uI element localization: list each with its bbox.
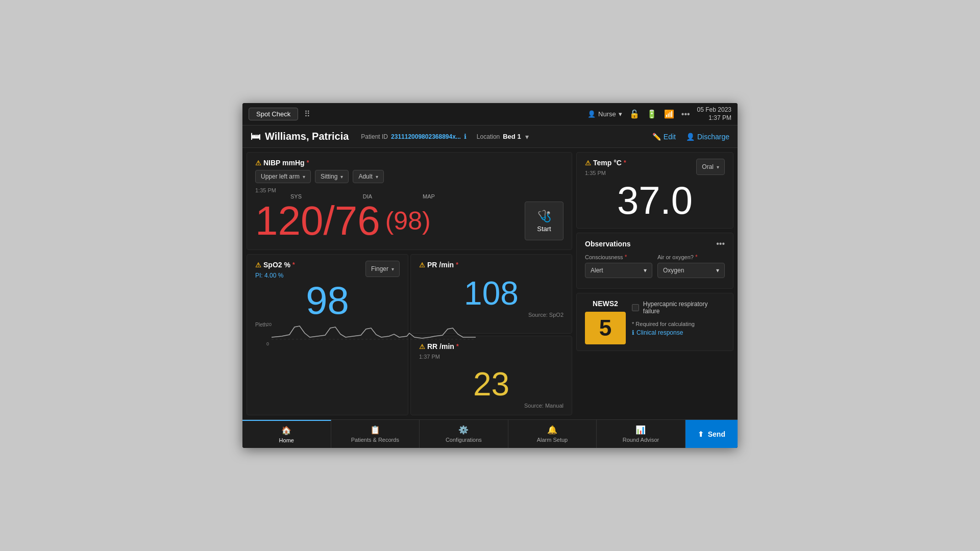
temp-mode-dropdown[interactable]: Oral ▾	[696, 159, 725, 175]
patient-id-value[interactable]: 231112009802368894x...	[391, 133, 461, 140]
nibp-required-star: *	[307, 159, 309, 166]
pleth-label: Pleth	[255, 322, 267, 328]
consciousness-required-star: *	[625, 254, 627, 261]
location-chevron-button[interactable]: ▾	[525, 133, 529, 141]
obs-row: Consciousness * Alert ▾ Air or oxygen? *	[585, 254, 725, 278]
grid-icon[interactable]: ⠿	[304, 109, 310, 119]
chevron-down-icon: ▾	[619, 110, 622, 118]
nibp-cuff-dropdown[interactable]: Adult ▾	[353, 170, 383, 183]
edit-button[interactable]: ✏️ Edit	[652, 133, 676, 141]
obs-title: Observations	[585, 240, 630, 248]
pleth-waveform	[272, 322, 476, 346]
temp-chevron-icon: ▾	[717, 164, 719, 170]
discharge-icon: 👤	[686, 133, 695, 141]
discharge-button[interactable]: 👤 Discharge	[686, 133, 729, 141]
news2-right: Hypercapnic respiratory failure * Requir…	[632, 299, 725, 336]
left-panel: ⚠ NIBP mmHg * Upper left arm ▾ Sitting ▾…	[242, 148, 574, 419]
air-oxygen-required-star: *	[695, 254, 698, 261]
rr-timestamp: 1:37 PM	[419, 354, 564, 360]
consciousness-field: Consciousness * Alert ▾	[585, 254, 652, 278]
temp-warning-icon: ⚠	[585, 159, 591, 167]
nibp-posture-dropdown[interactable]: Sitting ▾	[315, 170, 349, 183]
battery-icon: 🔋	[647, 109, 657, 119]
pi-value: PI: 4.00 %	[255, 272, 295, 279]
user-icon: 👤	[587, 110, 596, 118]
nibp-numeric-area: 120/ 76 (98)	[255, 201, 525, 241]
nibp-dia-value: 76	[335, 201, 380, 241]
nibp-arm-dropdown[interactable]: Upper left arm ▾	[255, 170, 311, 183]
spo2-mode-dropdown[interactable]: Finger ▾	[365, 261, 400, 277]
nurse-selector[interactable]: 👤 Nurse ▾	[587, 110, 622, 118]
nav-home[interactable]: 🏠 Home	[242, 420, 331, 448]
patient-name: 🛏 Williams, Patricia	[251, 131, 349, 142]
nav-round-advisor[interactable]: 📊 Round Advisor	[597, 420, 685, 448]
info-circle-icon: ℹ	[632, 329, 634, 336]
posture-chevron-icon: ▾	[340, 174, 343, 180]
nibp-values-row: 120/ 76 (98) 🩺 Start	[255, 201, 564, 241]
spo2-value: 98	[255, 281, 400, 320]
nibp-timestamp: 1:35 PM	[255, 187, 564, 193]
obs-more-button[interactable]: •••	[716, 239, 725, 248]
datetime-display: 05 Feb 2023 1:37 PM	[697, 106, 731, 122]
observations-panel: Observations ••• Consciousness * Alert ▾	[576, 233, 733, 289]
pr-source-label: Source: SpO2	[419, 312, 564, 318]
air-oxygen-dropdown[interactable]: Oxygen ▾	[657, 263, 725, 278]
spo2-required-star: *	[292, 261, 295, 268]
lock-icon[interactable]: 🔓	[629, 109, 640, 119]
more-options-icon[interactable]: •••	[681, 110, 690, 119]
pr-required-star: *	[456, 261, 458, 268]
spo2-chevron-icon: ▾	[391, 266, 394, 272]
top-bar: Spot Check ⠿ 👤 Nurse ▾ 🔓 🔋 📶 ••• 05 Feb …	[242, 103, 738, 126]
stethoscope-icon: 🩺	[537, 210, 551, 223]
rr-source-label: Source: Manual	[419, 403, 564, 409]
hypercapnic-row: Hypercapnic respiratory failure	[632, 300, 725, 315]
location-section: Location Bed 1 ▾	[477, 133, 529, 141]
alarm-icon: 🔔	[547, 425, 557, 435]
news2-left: NEWS2 5	[585, 299, 626, 344]
nibp-panel: ⚠ NIBP mmHg * Upper left arm ▾ Sitting ▾…	[247, 152, 572, 250]
spo2-warning-icon: ⚠	[255, 261, 261, 269]
nav-patients-records[interactable]: 📋 Patients & Records	[331, 420, 420, 448]
spo2-title-group: ⚠ SpO2 % * PI: 4.00 %	[255, 261, 295, 279]
temp-panel: ⚠ Temp °C * 1:35 PM Oral ▾ 37.0	[576, 152, 733, 229]
temp-timestamp: 1:35 PM	[585, 170, 626, 176]
app-container: Spot Check ⠿ 👤 Nurse ▾ 🔓 🔋 📶 ••• 05 Feb …	[242, 103, 738, 448]
nibp-sys-value: 120/	[255, 201, 335, 241]
location-value: Bed 1	[503, 133, 521, 140]
configurations-icon: ⚙️	[458, 425, 469, 435]
hypercapnic-checkbox[interactable]	[632, 304, 639, 311]
rr-panel: ⚠ RR /min * 1:37 PM 23 Source: Manual	[410, 336, 572, 415]
home-icon: 🏠	[281, 425, 291, 435]
send-button[interactable]: ⬆ Send	[685, 420, 738, 448]
send-icon: ⬆	[698, 430, 704, 438]
news2-title: NEWS2	[593, 299, 618, 308]
pr-title: ⚠ PR /min *	[419, 261, 564, 269]
wifi-icon: 📶	[664, 109, 674, 119]
consciousness-label: Consciousness *	[585, 254, 652, 261]
temp-value: 37.0	[585, 181, 725, 220]
spot-check-button[interactable]: Spot Check	[249, 108, 298, 120]
nibp-start-button[interactable]: 🩺 Start	[525, 202, 564, 240]
arm-chevron-icon: ▾	[303, 174, 305, 180]
header-actions: ✏️ Edit 👤 Discharge	[652, 133, 729, 141]
temp-title: ⚠ Temp °C *	[585, 159, 626, 167]
consciousness-dropdown[interactable]: Alert ▾	[585, 263, 652, 278]
spo2-header: ⚠ SpO2 % * PI: 4.00 % Finger ▾	[255, 261, 400, 279]
required-note: * Required for calculating	[632, 321, 725, 327]
location-label: Location	[477, 133, 500, 140]
temp-title-group: ⚠ Temp °C * 1:35 PM	[585, 159, 626, 176]
nav-configurations[interactable]: ⚙️ Configurations	[420, 420, 508, 448]
clinical-response-link[interactable]: ℹ Clinical response	[632, 329, 725, 336]
air-oxygen-field: Air or oxygen? * Oxygen ▾	[657, 254, 725, 278]
patient-id-label: Patient ID	[361, 133, 388, 140]
news2-score: 5	[585, 312, 626, 344]
top-bar-right: 👤 Nurse ▾ 🔓 🔋 📶 ••• 05 Feb 2023 1:37 PM	[587, 106, 731, 122]
pr-value: 108	[419, 277, 564, 310]
nav-alarm-setup[interactable]: 🔔 Alarm Setup	[508, 420, 597, 448]
pleth-chart: Pleth 20 0	[255, 322, 400, 346]
nibp-map-label: MAP	[398, 193, 459, 199]
air-oxygen-label: Air or oxygen? *	[657, 254, 725, 261]
info-icon[interactable]: ℹ	[464, 133, 467, 140]
hypercapnic-label: Hypercapnic respiratory failure	[643, 300, 725, 315]
pr-warning-icon: ⚠	[419, 261, 425, 269]
